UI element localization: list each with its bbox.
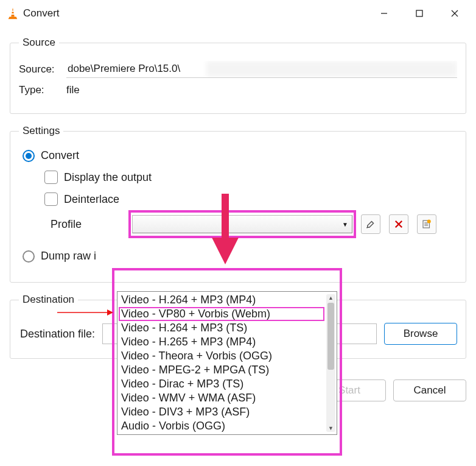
- profile-option[interactable]: Video - Theora + Vorbis (OGG): [119, 349, 324, 363]
- convert-radio[interactable]: [23, 150, 35, 162]
- profile-option[interactable]: Video - Dirac + MP3 (TS): [119, 377, 324, 391]
- cancel-button[interactable]: Cancel: [393, 380, 466, 401]
- dump-raw-radio[interactable]: [23, 250, 35, 263]
- svg-rect-0: [12, 10, 14, 12]
- destination-file-label: Destination file:: [20, 328, 95, 341]
- svg-rect-3: [416, 10, 422, 16]
- convert-radio-label: Convert: [41, 149, 79, 162]
- svg-rect-1: [12, 13, 15, 15]
- deinterlace-label: Deinterlace: [64, 193, 119, 206]
- svg-point-12: [427, 220, 431, 224]
- profile-dropdown[interactable]: ▼: [132, 215, 352, 233]
- display-output-label: Display the output: [64, 171, 152, 184]
- profile-option[interactable]: Video - MPEG-2 + MPGA (TS): [119, 363, 324, 377]
- minimize-button[interactable]: [366, 1, 402, 26]
- close-button[interactable]: [437, 1, 472, 26]
- source-legend: Source: [19, 37, 59, 49]
- maximize-button[interactable]: [402, 1, 437, 26]
- profile-delete-button[interactable]: [389, 214, 408, 234]
- chevron-down-icon: ▼: [342, 221, 348, 228]
- settings-group: Settings Convert Display the output Dein…: [10, 125, 466, 283]
- profile-option[interactable]: Video - WMV + WMA (ASF): [119, 391, 324, 405]
- dump-raw-label: Dump raw i: [41, 250, 96, 263]
- dropdown-scrollbar[interactable]: ▲ ▼: [326, 294, 335, 432]
- type-label: Type:: [19, 84, 60, 96]
- browse-button[interactable]: Browse: [384, 323, 457, 345]
- destination-legend: Destination: [19, 294, 78, 306]
- profile-option[interactable]: Video - DIV3 + MP3 (ASF): [119, 405, 324, 419]
- deinterlace-checkbox[interactable]: [44, 192, 58, 206]
- profile-new-button[interactable]: [417, 214, 436, 234]
- settings-legend: Settings: [19, 125, 63, 137]
- profile-option[interactable]: Audio - Vorbis (OGG): [119, 419, 324, 433]
- profile-option[interactable]: Video - H.264 + MP3 (MP4): [119, 293, 324, 307]
- window-title: Convert: [19, 7, 366, 19]
- display-output-checkbox[interactable]: [44, 171, 58, 184]
- source-label: Source:: [19, 63, 60, 76]
- profile-option[interactable]: Video - VP80 + Vorbis (Webm): [119, 307, 324, 321]
- profile-option[interactable]: Video - H.265 + MP3 (MP4): [119, 335, 324, 349]
- profile-label: Profile: [51, 218, 124, 231]
- vlc-icon: [6, 7, 19, 20]
- type-value: file: [66, 84, 80, 96]
- scrollbar-thumb[interactable]: [327, 303, 334, 370]
- profile-edit-button[interactable]: [361, 214, 380, 234]
- titlebar: Convert: [0, 0, 476, 27]
- source-group: Source Source: dobe\Premiere Pro\15.0\ T…: [10, 37, 466, 114]
- profile-dropdown-list[interactable]: ▲ ▼ Video - H.264 + MP3 (MP4) Video - VP…: [117, 291, 337, 435]
- source-path-field: dobe\Premiere Pro\15.0\: [66, 61, 457, 78]
- profile-option[interactable]: Video - H.264 + MP3 (TS): [119, 321, 324, 335]
